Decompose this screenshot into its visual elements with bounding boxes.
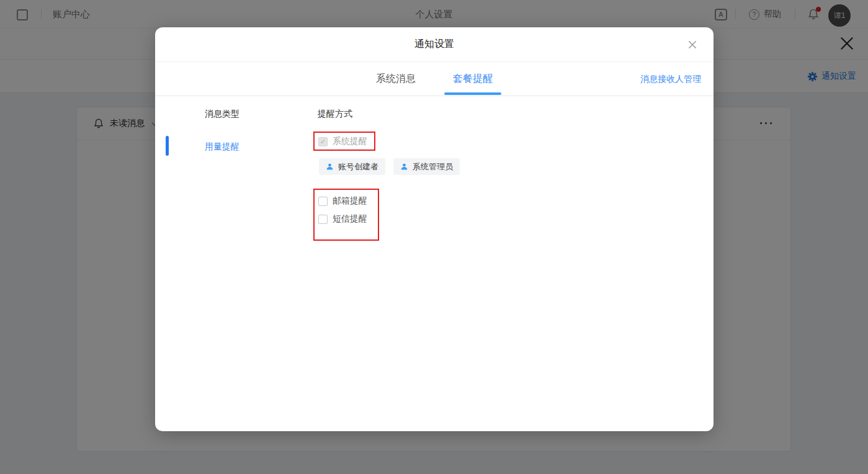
reminder-method-header: 提醒方式 xyxy=(318,109,352,120)
tab-label: 系统消息 xyxy=(376,73,416,86)
message-type-header: 消息类型 xyxy=(205,109,239,120)
checkbox-sms-reminder[interactable] xyxy=(318,215,328,224)
tab-package-reminder[interactable]: 套餐提醒 xyxy=(444,62,501,96)
notification-settings-modal: 通知设置 系统消息 套餐提醒 消息接收人管理 消息类型 提醒方式 用量提醒 ✓ … xyxy=(155,27,714,431)
email-reminder-label: 邮箱提醒 xyxy=(333,195,367,207)
modal-close-icon[interactable] xyxy=(687,39,698,50)
modal-body: 消息类型 提醒方式 用量提醒 ✓ 系统提醒 账号创建者 系统管理员 xyxy=(155,96,714,431)
active-tab-indicator xyxy=(444,92,501,95)
system-reminder-label: 系统提醒 xyxy=(333,136,367,147)
checkbox-email-reminder[interactable] xyxy=(318,197,328,206)
other-reminders-list: 邮箱提醒 短信提醒 xyxy=(315,190,378,225)
modal-header: 通知设置 xyxy=(155,27,714,62)
tab-label: 套餐提醒 xyxy=(453,73,493,86)
selected-item-indicator xyxy=(166,136,169,156)
person-icon xyxy=(326,163,334,171)
sms-reminder-label: 短信提醒 xyxy=(333,213,367,225)
menu-item-usage-reminder[interactable]: 用量提醒 xyxy=(205,141,239,153)
recipient-tags: 账号创建者 系统管理员 xyxy=(319,158,460,175)
checkbox-system-reminder[interactable]: ✓ xyxy=(318,137,328,146)
tab-system-messages[interactable]: 系统消息 xyxy=(367,62,424,96)
message-recipients-link[interactable]: 消息接收人管理 xyxy=(640,62,701,96)
modal-title: 通知设置 xyxy=(414,38,454,51)
annotation-box-other-reminders: 邮箱提醒 短信提醒 xyxy=(313,189,379,241)
tag-label: 系统管理员 xyxy=(413,161,453,172)
system-reminder-row: ✓ 系统提醒 xyxy=(315,133,374,147)
tag-label: 账号创建者 xyxy=(338,161,378,172)
annotation-box-system-reminder: ✓ 系统提醒 xyxy=(313,132,375,151)
tag-system-admin: 系统管理员 xyxy=(393,158,460,175)
email-reminder-row: 邮箱提醒 xyxy=(318,195,378,207)
person-icon xyxy=(400,163,408,171)
modal-tab-bar: 系统消息 套餐提醒 消息接收人管理 xyxy=(155,62,714,96)
sms-reminder-row: 短信提醒 xyxy=(318,213,378,225)
tag-account-creator: 账号创建者 xyxy=(319,158,385,175)
